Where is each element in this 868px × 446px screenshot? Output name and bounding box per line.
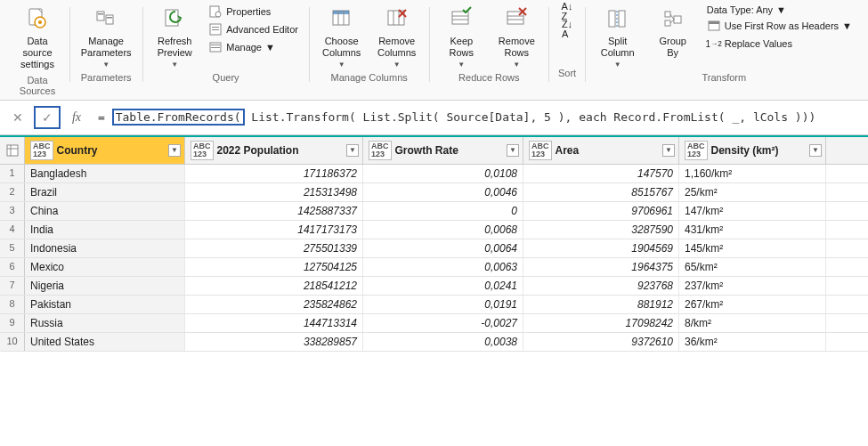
manage-button[interactable]: Manage ▼ xyxy=(205,39,302,55)
filter-dropdown-country[interactable]: ▼ xyxy=(168,144,181,157)
cell-growth[interactable]: 0,0108 xyxy=(363,165,523,182)
cell-country[interactable]: United States xyxy=(25,333,185,351)
cell-density[interactable]: 431/km² xyxy=(679,221,826,239)
table-row[interactable]: 1Bangladesh1711863720,01081475701,160/km… xyxy=(0,165,868,183)
cell-population[interactable]: 1425887337 xyxy=(185,202,363,220)
cell-area[interactable]: 147570 xyxy=(523,165,679,182)
cell-growth[interactable]: -0,0027 xyxy=(363,314,523,332)
table-options-button[interactable] xyxy=(0,137,25,164)
commit-formula-button[interactable]: ✓ xyxy=(34,106,61,129)
column-header-density[interactable]: ABC123 Density (km²) ▼ xyxy=(679,137,826,164)
table-row[interactable]: 5Indonesia2755013390,00641904569145/km² xyxy=(0,239,868,258)
cell-area[interactable]: 9706961 xyxy=(523,202,679,220)
cell-growth[interactable]: 0,0191 xyxy=(363,296,523,313)
data-type-button[interactable]: Data Type: Any ▼ xyxy=(703,4,856,16)
cell-density[interactable]: 65/km² xyxy=(679,258,826,276)
cell-area[interactable]: 3287590 xyxy=(523,221,679,239)
cell-population[interactable]: 215313498 xyxy=(185,183,363,201)
cell-country[interactable]: Pakistan xyxy=(25,296,185,313)
cell-population[interactable]: 171186372 xyxy=(185,165,363,182)
remove-columns-button[interactable]: RemoveColumns ▼ xyxy=(372,4,422,70)
choose-columns-label: ChooseColumns xyxy=(322,36,361,59)
cell-growth[interactable]: 0,0064 xyxy=(363,239,523,257)
cell-density[interactable]: 25/km² xyxy=(679,183,826,201)
formula-input[interactable]: = Table.FromRecords( List.Transform( Lis… xyxy=(93,107,861,127)
cell-population[interactable]: 144713314 xyxy=(185,314,363,332)
group-label-data-sources: Data Sources xyxy=(12,73,62,100)
cell-density[interactable]: 8/km² xyxy=(679,314,826,332)
cell-density[interactable]: 145/km² xyxy=(679,239,826,257)
cell-country[interactable]: China xyxy=(25,202,185,220)
cell-population[interactable]: 235824862 xyxy=(185,296,363,313)
cancel-formula-button[interactable]: ✕ xyxy=(7,107,28,128)
cell-country[interactable]: Russia xyxy=(25,314,185,332)
cell-area[interactable]: 9372610 xyxy=(523,333,679,351)
table-row[interactable]: 7Nigeria2185412120,0241923768237/km² xyxy=(0,277,868,296)
data-source-settings-label: Data sourcesettings xyxy=(16,36,59,71)
cell-density[interactable]: 237/km² xyxy=(679,277,826,295)
cell-area[interactable]: 8515767 xyxy=(523,183,679,201)
cell-country[interactable]: Nigeria xyxy=(25,277,185,295)
column-header-growth[interactable]: ABC123 Growth Rate ▼ xyxy=(363,137,523,164)
column-header-population[interactable]: ABC123 2022 Population ▼ xyxy=(185,137,363,164)
table-row[interactable]: 6Mexico1275041250,0063196437565/km² xyxy=(0,258,868,277)
cell-country[interactable]: Mexico xyxy=(25,258,185,276)
cell-density[interactable]: 36/km² xyxy=(679,333,826,351)
sort-desc-button[interactable]: Z↓A xyxy=(556,21,578,37)
group-by-button[interactable]: GroupBy xyxy=(648,4,698,61)
cell-density[interactable]: 1,160/km² xyxy=(679,165,826,182)
choose-columns-button[interactable]: ChooseColumns ▼ xyxy=(317,4,367,70)
use-first-row-button[interactable]: Use First Row as Headers ▼ xyxy=(703,18,856,34)
split-column-button[interactable]: SplitColumn ▼ xyxy=(593,4,643,70)
cell-growth[interactable]: 0,0063 xyxy=(363,258,523,276)
cell-growth[interactable]: 0,0038 xyxy=(363,333,523,351)
replace-icon: 1→2 xyxy=(707,36,721,51)
cell-population[interactable]: 1417173173 xyxy=(185,221,363,239)
cell-population[interactable]: 275501339 xyxy=(185,239,363,257)
cell-country[interactable]: Bangladesh xyxy=(25,165,185,182)
split-column-label: SplitColumn xyxy=(601,36,635,59)
replace-values-button[interactable]: 1→2 Replace Values xyxy=(703,36,856,52)
filter-dropdown-density[interactable]: ▼ xyxy=(809,144,822,157)
properties-button[interactable]: Properties xyxy=(205,4,302,20)
cell-country[interactable]: India xyxy=(25,221,185,239)
cell-growth[interactable]: 0,0068 xyxy=(363,221,523,239)
cell-area[interactable]: 1904569 xyxy=(523,239,679,257)
cell-country[interactable]: Brazil xyxy=(25,183,185,201)
table-row[interactable]: 2Brazil2153134980,0046851576725/km² xyxy=(0,183,868,202)
table-row[interactable]: 10United States3382898570,0038937261036/… xyxy=(0,333,868,352)
filter-dropdown-growth[interactable]: ▼ xyxy=(507,144,519,157)
ribbon: Data sourcesettings Data Sources ManageP… xyxy=(0,0,868,101)
remove-rows-button[interactable]: RemoveRows ▼ xyxy=(491,4,541,70)
table-row[interactable]: 9Russia144713314-0,0027170982428/km² xyxy=(0,314,868,333)
cell-growth[interactable]: 0,0241 xyxy=(363,277,523,295)
table-row[interactable]: 8Pakistan2358248620,0191881912267/km² xyxy=(0,296,868,314)
keep-rows-button[interactable]: KeepRows ▼ xyxy=(436,4,486,70)
column-header-area[interactable]: ABC123 Area ▼ xyxy=(523,137,679,164)
data-source-settings-button[interactable]: Data sourcesettings xyxy=(12,4,62,73)
cell-area[interactable]: 17098242 xyxy=(523,314,679,332)
caret-down-icon: ▼ xyxy=(102,61,110,69)
manage-parameters-button[interactable]: ManageParameters ▼ xyxy=(77,4,135,70)
cell-density[interactable]: 267/km² xyxy=(679,296,826,313)
cell-population[interactable]: 127504125 xyxy=(185,258,363,276)
filter-dropdown-population[interactable]: ▼ xyxy=(346,144,359,157)
cell-population[interactable]: 218541212 xyxy=(185,277,363,295)
cell-growth[interactable]: 0,0046 xyxy=(363,183,523,201)
caret-down-icon: ▼ xyxy=(393,61,401,69)
table-row[interactable]: 4India14171731730,00683287590431/km² xyxy=(0,221,868,239)
cell-population[interactable]: 338289857 xyxy=(185,333,363,351)
refresh-preview-button[interactable]: RefreshPreview ▼ xyxy=(150,4,199,70)
cell-area[interactable]: 881912 xyxy=(523,296,679,313)
sort-asc-button[interactable]: A↓Z xyxy=(556,4,578,20)
table-row[interactable]: 3China142588733709706961147/km² xyxy=(0,202,868,221)
filter-dropdown-area[interactable]: ▼ xyxy=(662,144,675,157)
cell-density[interactable]: 147/km² xyxy=(679,202,826,220)
cell-country[interactable]: Indonesia xyxy=(25,239,185,257)
sort-desc-icon: Z↓A xyxy=(560,22,574,36)
column-header-country[interactable]: ABC123 Country ▼ xyxy=(25,137,185,164)
cell-growth[interactable]: 0 xyxy=(363,202,523,220)
cell-area[interactable]: 923768 xyxy=(523,277,679,295)
advanced-editor-button[interactable]: Advanced Editor xyxy=(205,21,302,37)
cell-area[interactable]: 1964375 xyxy=(523,258,679,276)
